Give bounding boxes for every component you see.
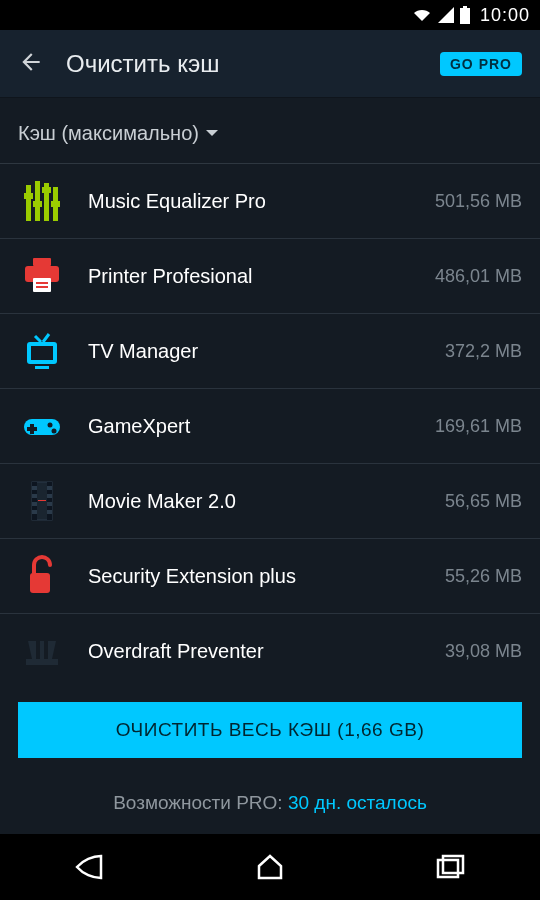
svg-rect-19 [32,494,37,498]
lock-open-icon [18,553,66,599]
svg-rect-6 [36,286,48,288]
sort-label: Кэш (максимально) [18,122,199,145]
battery-icon [460,6,470,24]
page-title: Очистить кэш [66,50,418,78]
list-item-size: 56,65 MB [445,491,522,512]
nav-home-icon[interactable] [235,847,305,887]
svg-rect-8 [31,346,53,360]
svg-point-13 [48,423,53,428]
svg-rect-30 [26,659,58,665]
gamepad-icon [18,403,66,449]
clear-all-cache-button[interactable]: ОЧИСТИТЬ ВЕСЬ КЭШ (1,66 GB) [18,702,522,758]
pro-footer-prefix: Возможности PRO: [113,792,288,813]
nav-recents-icon[interactable] [415,847,485,887]
film-icon [18,478,66,524]
list-item-size: 486,01 MB [435,266,522,287]
list-item-name: Security Extension plus [88,565,423,588]
svg-rect-25 [47,510,52,514]
list-item[interactable]: Security Extension plus 55,26 MB [0,539,540,614]
svg-rect-24 [47,502,52,506]
tv-icon [18,328,66,374]
pro-footer-days: 30 дн. осталось [288,792,427,813]
svg-rect-22 [47,486,52,490]
svg-rect-26 [38,500,46,501]
list-item[interactable]: GameXpert 169,61 MB [0,389,540,464]
list-item-size: 169,61 MB [435,416,522,437]
list-item-name: Printer Profesional [88,265,413,288]
bank-icon [18,628,66,674]
svg-rect-27 [30,573,50,593]
list-item-size: 501,56 MB [435,191,522,212]
svg-rect-0 [460,8,470,24]
app-list: Music Equalizer Pro 501,56 MB Printer Pr… [0,164,540,686]
pro-trial-footer[interactable]: Возможности PRO: 30 дн. осталось [0,774,540,834]
clear-button-container: ОЧИСТИТЬ ВЕСЬ КЭШ (1,66 GB) [0,686,540,774]
wifi-icon [412,7,432,23]
svg-rect-9 [35,366,49,369]
app-header: Очистить кэш GO PRO [0,30,540,98]
chevron-down-icon [205,122,219,145]
list-item-size: 39,08 MB [445,641,522,662]
list-item-name: Movie Maker 2.0 [88,490,423,513]
svg-rect-31 [438,860,458,877]
svg-rect-28 [36,641,40,659]
svg-point-14 [52,429,57,434]
svg-rect-1 [463,6,467,8]
signal-icon [438,7,454,23]
svg-rect-29 [44,641,48,659]
nav-back-icon[interactable] [55,847,125,887]
svg-rect-18 [32,486,37,490]
printer-icon [18,253,66,299]
svg-rect-20 [32,502,37,506]
svg-rect-12 [27,427,37,431]
list-item-size: 55,26 MB [445,566,522,587]
svg-rect-21 [32,510,37,514]
sort-dropdown[interactable]: Кэш (максимально) [0,98,540,164]
list-item-name: GameXpert [88,415,413,438]
svg-rect-23 [47,494,52,498]
equalizer-icon [18,178,66,224]
list-item[interactable]: Overdraft Preventer 39,08 MB [0,614,540,686]
svg-rect-2 [33,258,51,266]
svg-rect-32 [443,856,463,873]
svg-rect-4 [33,278,51,292]
android-statusbar: 10:00 [0,0,540,30]
back-arrow-icon[interactable] [18,49,44,79]
list-item-name: Music Equalizer Pro [88,190,413,213]
status-time: 10:00 [480,5,530,26]
svg-rect-5 [36,282,48,284]
list-item[interactable]: Printer Profesional 486,01 MB [0,239,540,314]
list-item-size: 372,2 MB [445,341,522,362]
android-navbar [0,834,540,900]
go-pro-badge[interactable]: GO PRO [440,52,522,76]
list-item[interactable]: TV Manager 372,2 MB [0,314,540,389]
list-item[interactable]: Movie Maker 2.0 56,65 MB [0,464,540,539]
list-item[interactable]: Music Equalizer Pro 501,56 MB [0,164,540,239]
list-item-name: TV Manager [88,340,423,363]
list-item-name: Overdraft Preventer [88,640,423,663]
